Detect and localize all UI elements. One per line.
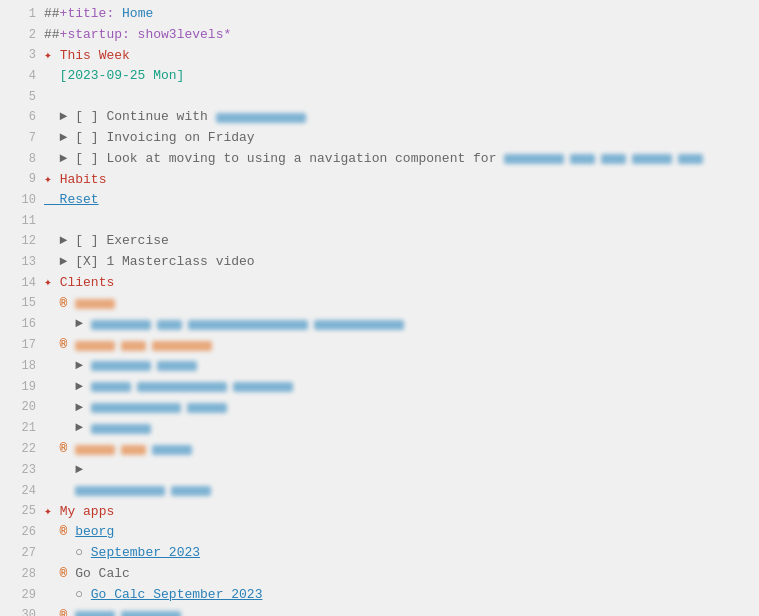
line-19: 19 ► [0,377,759,398]
editor: 1 ##+title: Home 2 ##+startup: show3leve… [0,0,759,616]
line-10: 10 Reset [0,190,759,211]
line-9: 9 ✦ Habits [0,170,759,191]
line-23: 23 ► [0,460,759,481]
line-4: 4 [2023-09-25 Mon] [0,66,759,87]
line-27: 27 ○ September 2023 [0,543,759,564]
line-1: 1 ##+title: Home [0,4,759,25]
line-22: 22 ® [0,439,759,460]
line-16: 16 ► [0,314,759,335]
line-13: 13 ► [X] 1 Masterclass video [0,252,759,273]
line-21: 21 ► [0,418,759,439]
line-29: 29 ○ Go Calc September 2023 [0,585,759,606]
line-26: 26 ® beorg [0,522,759,543]
line-17: 17 ® [0,335,759,356]
line-14: 14 ✦ Clients [0,273,759,294]
line-7: 7 ► [ ] Invoicing on Friday [0,128,759,149]
line-15: 15 ® [0,294,759,315]
line-20: 20 ► [0,398,759,419]
line-6: 6 ► [ ] Continue with [0,107,759,128]
line-11: 11 [0,211,759,231]
line-2: 2 ##+startup: show3levels* [0,25,759,46]
line-5: 5 [0,87,759,107]
line-8: 8 ► [ ] Look at moving to using a naviga… [0,149,759,170]
line-3: 3 ✦ This Week [0,46,759,67]
line-30: 30 ® [0,606,759,616]
line-25: 25 ✦ My apps [0,502,759,523]
line-18: 18 ► [0,356,759,377]
line-12: 12 ► [ ] Exercise [0,231,759,252]
line-28: 28 ® Go Calc [0,564,759,585]
line-24: 24 [0,481,759,502]
